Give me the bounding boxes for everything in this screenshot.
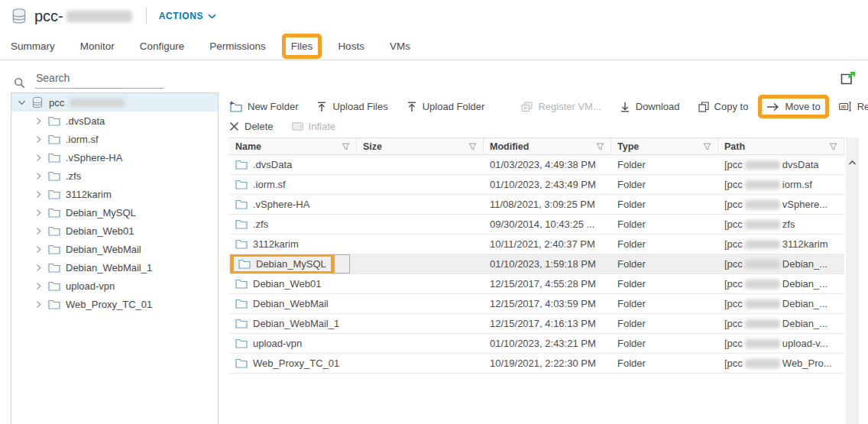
copy-to-button[interactable]: Copy to: [698, 101, 749, 112]
tree-root-datastore[interactable]: pcc: [11, 93, 218, 112]
chevron-right-icon[interactable]: [34, 227, 43, 235]
file-name-cell[interactable]: Debian_Web01: [229, 274, 357, 293]
filter-icon[interactable]: [829, 143, 837, 151]
chevron-right-icon[interactable]: [34, 245, 43, 254]
chevron-right-icon[interactable]: [34, 154, 43, 162]
chevron-right-icon[interactable]: [34, 135, 43, 144]
column-label: Modified: [490, 141, 529, 152]
filter-icon[interactable]: [703, 143, 711, 151]
folder-icon: [48, 153, 60, 163]
rename-to-button[interactable]: ab Rename to: [839, 101, 868, 112]
file-size: [357, 354, 484, 373]
table-row[interactable]: 3112karim 10/11/2021, 2:40:37 PM Folder …: [229, 235, 844, 254]
delete-button[interactable]: Delete: [229, 121, 274, 132]
table-row[interactable]: .iorm.sf 01/10/2023, 2:43:49 PM Folder […: [229, 175, 844, 195]
tree-item-dvsdata[interactable]: .dvsData: [11, 112, 218, 130]
tab-summary[interactable]: Summary: [11, 40, 55, 52]
upload-folder-button[interactable]: Upload Folder: [406, 101, 485, 112]
column-label: Size: [363, 141, 382, 152]
tab-configure[interactable]: Configure: [140, 40, 185, 52]
file-toolbar: New Folder Upload Files Upload Folder Re…: [229, 97, 863, 136]
file-name: Debian_WebMail: [253, 298, 329, 309]
chevron-right-icon[interactable]: [34, 264, 43, 272]
file-path: [pcciorm.sf: [718, 175, 844, 194]
tab-files[interactable]: Files: [291, 40, 313, 52]
file-name-cell[interactable]: .vSphere-HA: [229, 195, 357, 214]
file-modified: 11/08/2021, 3:09:25 PM: [484, 195, 611, 214]
table-row[interactable]: .dvsData 01/03/2023, 4:49:38 PM Folder […: [229, 155, 844, 175]
filter-icon[interactable]: [596, 143, 604, 151]
search-input[interactable]: [35, 70, 164, 89]
table-row[interactable]: Debian_Web01 12/15/2017, 4:55:28 PM Fold…: [229, 274, 844, 294]
arrow-right-icon: [766, 102, 779, 112]
tree-item-zfs[interactable]: .zfs: [11, 167, 218, 185]
tree-item-upload-vpn[interactable]: upload-vpn: [11, 277, 218, 295]
column-header-size[interactable]: Size: [357, 138, 484, 154]
file-name-cell[interactable]: Debian_WebMail: [229, 294, 357, 313]
file-name: Web_Proxy_TC_01: [253, 358, 339, 369]
file-name: .vSphere-HA: [253, 199, 309, 210]
actions-menu-button[interactable]: ACTIONS: [159, 11, 216, 21]
folder-icon: [48, 226, 60, 236]
tree-item-debian-mysql[interactable]: Debian_MySQL: [11, 203, 218, 222]
vertical-scrollbar[interactable]: [846, 138, 859, 424]
file-type: Folder: [611, 215, 718, 234]
file-size: [357, 195, 484, 214]
table-row[interactable]: Debian_WebMail 12/15/2017, 4:03:59 PM Fo…: [229, 294, 844, 314]
upload-icon: [406, 102, 417, 112]
file-name-cell[interactable]: .zfs: [229, 215, 357, 234]
inflate-button: Inflate: [292, 121, 335, 132]
table-row[interactable]: upload-vpn 01/10/2023, 2:43:21 PM Folder…: [229, 334, 844, 354]
table-row-selected[interactable]: Debian_MySQL 01/10/2023, 1:59:18 PM Fold…: [229, 254, 844, 274]
table-row[interactable]: Web_Proxy_TC_01 10/19/2021, 2:22:30 PM F…: [229, 354, 844, 374]
tree-item-web-proxy-tc-01[interactable]: Web_Proxy_TC_01: [11, 295, 218, 313]
column-header-type[interactable]: Type: [611, 138, 718, 154]
chevron-right-icon[interactable]: [34, 282, 43, 290]
tab-hosts[interactable]: Hosts: [338, 40, 364, 52]
column-header-name[interactable]: Name: [229, 138, 357, 154]
page-title: pcc-: [34, 8, 132, 25]
tree-item-debian-webmail-1[interactable]: Debian_WebMail_1: [11, 258, 218, 277]
chevron-right-icon[interactable]: [34, 117, 43, 125]
tree-item-debian-webmail[interactable]: Debian_WebMail: [11, 240, 218, 258]
tree-item-vsphere-ha[interactable]: .vSphere-HA: [11, 148, 218, 167]
tab-monitor[interactable]: Monitor: [80, 40, 115, 52]
file-name: Debian_Web01: [253, 278, 321, 290]
download-button[interactable]: Download: [620, 101, 680, 112]
move-to-button[interactable]: Move to: [766, 101, 820, 112]
chevron-down-icon[interactable]: [18, 99, 26, 107]
file-name-cell[interactable]: .iorm.sf: [229, 175, 357, 194]
tab-permissions[interactable]: Permissions: [209, 40, 266, 52]
tree-item-3112karim[interactable]: 3112karim: [11, 185, 218, 203]
chevron-right-icon[interactable]: [34, 172, 43, 180]
filter-icon[interactable]: [468, 143, 477, 151]
chevron-right-icon[interactable]: [34, 209, 43, 217]
file-name-cell[interactable]: Web_Proxy_TC_01: [229, 354, 357, 373]
file-modified: 10/11/2021, 2:40:37 PM: [484, 235, 611, 254]
column-header-modified[interactable]: Modified: [484, 138, 611, 154]
file-name-cell[interactable]: 3112karim: [229, 235, 357, 254]
table-row[interactable]: Debian_WebMail_1 12/15/2017, 4:16:13 PM …: [229, 314, 844, 334]
table-row[interactable]: .zfs 09/30/2014, 10:43:25 ... Folder [pc…: [229, 215, 844, 235]
upload-files-button[interactable]: Upload Files: [316, 101, 387, 112]
file-name-cell[interactable]: .dvsData: [229, 155, 357, 174]
tree-item-debian-web01[interactable]: Debian_Web01: [11, 222, 218, 240]
table-row[interactable]: .vSphere-HA 11/08/2021, 3:09:25 PM Folde…: [229, 195, 844, 215]
tree-item-iorm-sf[interactable]: .iorm.sf: [11, 130, 218, 148]
toolbar-row-1: New Folder Upload Files Upload Folder Re…: [229, 97, 863, 116]
tab-vms[interactable]: VMs: [390, 40, 410, 52]
file-name-cell[interactable]: upload-vpn: [229, 334, 357, 353]
new-folder-button[interactable]: New Folder: [229, 101, 298, 112]
filter-icon[interactable]: [342, 143, 350, 151]
file-name-cell[interactable]: Debian_WebMail_1: [229, 314, 357, 333]
tree-item-label: Debian_MySQL: [66, 207, 136, 218]
search-icon: [14, 77, 25, 89]
file-name-cell[interactable]: Debian_MySQL: [229, 254, 357, 273]
file-name: upload-vpn: [253, 338, 302, 349]
chevron-right-icon[interactable]: [34, 190, 43, 199]
scroll-up-icon[interactable]: [848, 160, 857, 166]
chevron-right-icon[interactable]: [34, 300, 43, 309]
upload-files-label: Upload Files: [332, 101, 387, 112]
open-in-new-window-icon[interactable]: [840, 72, 856, 85]
column-header-path[interactable]: Path: [718, 138, 844, 154]
